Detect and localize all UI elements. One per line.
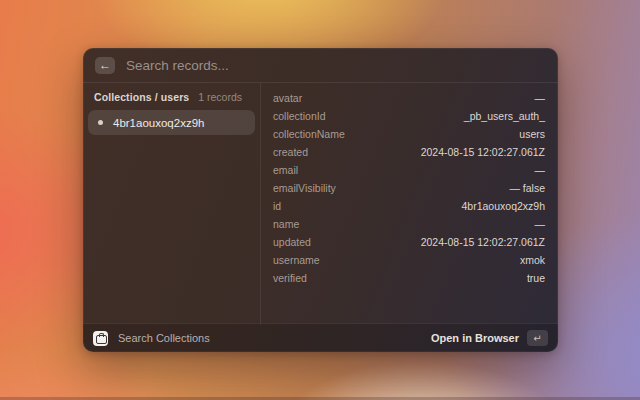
record-list-panel: Collections / users 1 records 4br1aouxoq… bbox=[83, 83, 261, 325]
return-key-icon: ↵ bbox=[527, 330, 548, 346]
footer-bar: Search Collections Open in Browser ↵ bbox=[83, 323, 558, 352]
record-id-label: 4br1aouxoq2xz9h bbox=[113, 117, 204, 129]
field-value: xmok bbox=[520, 254, 545, 266]
field-row: username xmok bbox=[273, 251, 545, 269]
field-label: avatar bbox=[273, 92, 302, 104]
command-palette-window: ← Search records... Collections / users … bbox=[83, 48, 558, 352]
pocketbase-app-icon bbox=[93, 331, 108, 346]
field-label: created bbox=[273, 146, 308, 158]
field-row: created 2024-08-15 12:02:27.061Z bbox=[273, 143, 545, 161]
field-row: updated 2024-08-15 12:02:27.061Z bbox=[273, 233, 545, 251]
field-value: — bbox=[535, 164, 546, 176]
field-row: id 4br1aouxoq2xz9h bbox=[273, 197, 545, 215]
field-value: 2024-08-15 12:02:27.061Z bbox=[421, 236, 545, 248]
footer-left: Search Collections bbox=[93, 331, 210, 346]
field-label: collectionName bbox=[273, 128, 345, 140]
field-value: 4br1aouxoq2xz9h bbox=[462, 200, 545, 212]
list-header: Collections / users 1 records bbox=[88, 91, 255, 110]
field-value: — bbox=[535, 92, 546, 104]
field-row: collectionId _pb_users_auth_ bbox=[273, 107, 545, 125]
record-detail-panel: avatar — collectionId _pb_users_auth_ co… bbox=[261, 83, 558, 325]
field-label: collectionId bbox=[273, 110, 326, 122]
field-value: users bbox=[519, 128, 545, 140]
field-label: name bbox=[273, 218, 299, 230]
field-value: true bbox=[527, 272, 545, 284]
field-row: emailVisibility — false bbox=[273, 179, 545, 197]
field-label: verified bbox=[273, 272, 307, 284]
arrow-left-icon: ← bbox=[99, 59, 111, 71]
field-value: — false bbox=[509, 182, 545, 194]
field-label: email bbox=[273, 164, 298, 176]
record-list-item[interactable]: 4br1aouxoq2xz9h bbox=[88, 110, 255, 135]
field-row: name — bbox=[273, 215, 545, 233]
field-value: _pb_users_auth_ bbox=[464, 110, 545, 122]
record-count: 1 records bbox=[198, 91, 242, 103]
field-label: username bbox=[273, 254, 320, 266]
field-value: 2024-08-15 12:02:27.061Z bbox=[421, 146, 545, 158]
search-bar: ← Search records... bbox=[83, 48, 558, 83]
field-label: updated bbox=[273, 236, 311, 248]
field-row: verified true bbox=[273, 269, 545, 287]
back-button[interactable]: ← bbox=[95, 57, 115, 74]
breadcrumb: Collections / users bbox=[94, 91, 189, 103]
field-label: id bbox=[273, 200, 281, 212]
record-bullet-icon bbox=[98, 120, 103, 125]
field-row: avatar — bbox=[273, 89, 545, 107]
field-value: — bbox=[535, 218, 546, 230]
primary-action-label: Open in Browser bbox=[431, 332, 519, 344]
primary-action[interactable]: Open in Browser ↵ bbox=[431, 330, 548, 346]
field-row: collectionName users bbox=[273, 125, 545, 143]
field-row: email — bbox=[273, 161, 545, 179]
search-input[interactable]: Search records... bbox=[126, 58, 229, 73]
footer-command-label: Search Collections bbox=[118, 332, 210, 344]
field-label: emailVisibility bbox=[273, 182, 336, 194]
content-area: Collections / users 1 records 4br1aouxoq… bbox=[83, 83, 558, 325]
